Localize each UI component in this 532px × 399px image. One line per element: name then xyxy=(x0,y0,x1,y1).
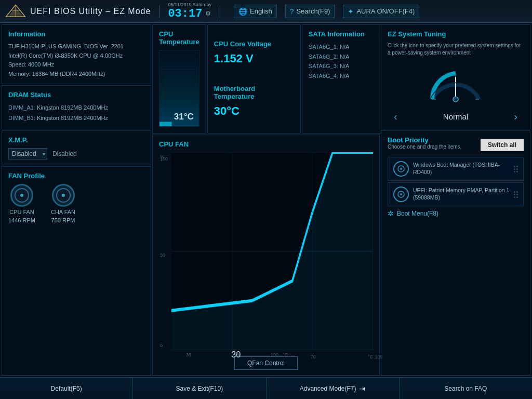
aura-button[interactable]: ✦ AURA ON/OFF(F4) xyxy=(343,5,419,18)
speed-info: Speed: 4000 MHz xyxy=(8,60,144,70)
information-panel: Information TUF H310M-PLUS GAMING BIOS V… xyxy=(2,24,151,84)
drive-1-icon xyxy=(393,161,409,177)
svg-point-23 xyxy=(400,168,402,170)
cha-fan-rpm: 750 RPM xyxy=(51,217,75,223)
boot-drive-1[interactable]: Windows Boot Manager (TOSHIBA-RD400) xyxy=(388,157,524,181)
xmp-status: Disabled xyxy=(52,150,77,157)
search-label: Search(F9) xyxy=(296,7,330,15)
cpu-fan-name: CPU FAN xyxy=(9,209,34,215)
advanced-mode-icon: ⇥ xyxy=(359,384,365,393)
boot-priority-subtitle: Choose one and drag the items. xyxy=(388,144,461,150)
mb-temp-value: 30°C xyxy=(214,104,294,118)
cpu-fan-title: CPU FAN xyxy=(159,140,373,148)
mb-temp-title: Motherboard Temperature xyxy=(214,85,294,100)
voltage-title: CPU Core Voltage xyxy=(214,40,294,48)
ez-title: EZ System Tuning xyxy=(388,30,524,38)
boot-priority-panel: Boot Priority Choose one and drag the it… xyxy=(381,130,530,376)
faq-button[interactable]: Search on FAQ xyxy=(400,378,532,399)
svg-point-25 xyxy=(400,193,402,195)
sata-port-1: SATA6G_1: N/A xyxy=(309,42,378,52)
voltage-section: CPU Core Voltage 1.152 V xyxy=(214,40,294,65)
drive-1-name: Windows Boot Manager (TOSHIBA-RD400) xyxy=(413,162,510,176)
chart-x-100: 100 xyxy=(375,354,382,360)
chart-y-50: 50 xyxy=(160,252,165,258)
memory-info: Memory: 16384 MB (DDR4 2400MHz) xyxy=(8,70,144,79)
fan-chart-container: % 100 50 0 xyxy=(159,152,373,362)
aura-icon: ✦ xyxy=(348,7,354,16)
switch-all-button[interactable]: Switch all xyxy=(481,139,524,151)
cha-fan-indicator: CHA FAN 750 RPM xyxy=(51,184,75,223)
information-title: Information xyxy=(8,30,144,38)
cpu-fan-ring xyxy=(10,184,33,207)
xmp-title: X.M.P. xyxy=(8,136,144,144)
mid-top-row: CPU Temperature xyxy=(152,24,380,134)
cpu-temp-value: 31°C xyxy=(174,112,194,122)
xmp-panel: X.M.P. Disabled Profile 1 Profile 2 Disa… xyxy=(2,130,151,165)
dram-title: DRAM Status xyxy=(8,91,144,99)
chart-x-70: 70 xyxy=(311,354,316,360)
mode-prev-button[interactable]: ‹ xyxy=(390,110,402,124)
drive-2-icon xyxy=(393,187,409,202)
drive-2-drag-handle xyxy=(514,191,518,198)
advanced-mode-button[interactable]: Advanced Mode(F7) ⇥ xyxy=(267,378,400,399)
search-icon: ? xyxy=(290,7,294,16)
save-exit-button[interactable]: Save & Exit(F10) xyxy=(133,378,266,399)
date-display: 05/11/2019 Saturday xyxy=(168,3,211,7)
header-divider xyxy=(159,5,159,18)
time-display: 03:17 xyxy=(168,7,202,20)
mode-selector: ‹ Normal › xyxy=(388,110,524,124)
asus-logo-icon xyxy=(5,4,26,19)
chart-y-100: 100 xyxy=(160,156,168,162)
cpu-fan-indicator: CPU FAN 1446 RPM xyxy=(8,184,35,223)
x-label-unit: °C xyxy=(283,352,288,357)
aura-label: AURA ON/OFF(F4) xyxy=(356,7,415,15)
footer: Default(F5) Save & Exit(F10) Advanced Mo… xyxy=(0,377,532,399)
fan-circles: CPU FAN 1446 RPM CHA FAN 750 RPM xyxy=(8,184,144,223)
x-label-100: 100 xyxy=(271,352,278,357)
boot-priority-title: Boot Priority xyxy=(388,136,461,144)
sata-port-4: SATA6G_4: N/A xyxy=(309,71,378,81)
svg-rect-8 xyxy=(159,122,171,126)
boot-title-group: Boot Priority Choose one and drag the it… xyxy=(388,136,461,154)
mode-label: Normal xyxy=(443,112,468,121)
chart-x-unit: °C xyxy=(368,354,373,360)
cpu-temp-panel: CPU Temperature xyxy=(152,24,206,134)
fan-chart-svg xyxy=(171,152,373,350)
xmp-row: Disabled Profile 1 Profile 2 Disabled xyxy=(8,148,144,159)
time-settings-icon[interactable]: ⚙ xyxy=(205,10,211,17)
x-label-70: 70 xyxy=(236,352,241,357)
left-column: Information TUF H310M-PLUS GAMING BIOS V… xyxy=(2,24,151,376)
voltage-value: 1.152 V xyxy=(214,52,294,65)
boot-menu-label: Boot Menu(F8) xyxy=(397,210,438,217)
logo-area: UEFI BIOS Utility – EZ Mode xyxy=(5,4,151,19)
sata-port-2: SATA6G_2: N/A xyxy=(309,52,378,62)
mode-next-button[interactable]: › xyxy=(510,110,522,124)
cha-fan-ring xyxy=(52,184,75,207)
default-button[interactable]: Default(F5) xyxy=(0,378,133,399)
language-selector[interactable]: 🌐 English xyxy=(234,5,277,18)
app-title: UEFI BIOS Utility – EZ Mode xyxy=(30,7,151,16)
middle-column: CPU Temperature xyxy=(152,24,380,376)
chart-y-0: 0 xyxy=(160,343,163,348)
dram-slot-b1: DIMM_B1: Kingston 8192MB 2400MHz xyxy=(8,113,144,124)
board-info: TUF H310M-PLUS GAMING BIOS Ver. 2201 xyxy=(8,42,144,51)
cpu-info: Intel(R) Core(TM) i3-8350K CPU @ 4.00GHz xyxy=(8,51,144,61)
advanced-mode-label: Advanced Mode(F7) xyxy=(300,385,356,392)
cpu-temp-chart: 31°C xyxy=(159,50,200,127)
sata-port-3: SATA6G_3: N/A xyxy=(309,61,378,71)
fan-profile-panel: FAN Profile CPU FAN 1446 RPM xyxy=(2,166,151,376)
xmp-dropdown[interactable]: Disabled Profile 1 Profile 2 xyxy=(8,148,47,159)
dram-panel: DRAM Status DIMM_A1: Kingston 8192MB 240… xyxy=(2,85,151,129)
sata-panel: SATA Information SATA6G_1: N/A SATA6G_2:… xyxy=(302,24,385,134)
boot-menu-button[interactable]: ✲ Boot Menu(F8) xyxy=(388,209,524,218)
boot-drive-2[interactable]: UEFI: Patriot Memory PMAP, Partition 1 (… xyxy=(388,182,524,206)
header: UEFI BIOS Utility – EZ Mode 05/11/2019 S… xyxy=(0,0,532,23)
boot-header: Boot Priority Choose one and drag the it… xyxy=(388,136,524,154)
search-button[interactable]: ? Search(F9) xyxy=(285,5,335,18)
sata-title: SATA Information xyxy=(309,30,378,38)
voltage-mb-panel: CPU Core Voltage 1.152 V Motherboard Tem… xyxy=(207,24,301,134)
globe-icon: 🌐 xyxy=(238,7,247,16)
main-layout: Information TUF H310M-PLUS GAMING BIOS V… xyxy=(0,23,532,377)
header-divider2 xyxy=(220,5,220,18)
boot-menu-icon: ✲ xyxy=(388,209,394,218)
